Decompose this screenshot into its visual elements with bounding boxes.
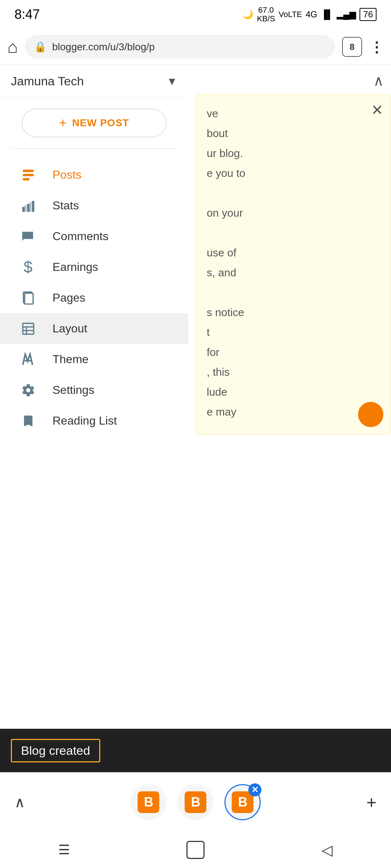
posts-icon <box>18 165 38 185</box>
url-bar[interactable]: 🔒 blogger.com/u/3/blog/p <box>25 35 335 59</box>
svg-rect-1 <box>23 174 34 176</box>
blogger-tab-icon-2: B <box>185 791 206 813</box>
android-menu-icon[interactable]: ☰ <box>58 842 70 858</box>
browser-tab-2[interactable]: B <box>177 784 214 820</box>
notification-text: ve bout ur blog. e you to on your use of… <box>207 105 380 420</box>
right-panel: ∧ ✕ ve bout ur blog. e you to on your us… <box>188 65 391 774</box>
layout-icon <box>18 319 38 339</box>
close-notification-button[interactable]: ✕ <box>371 102 383 118</box>
lock-icon: 🔒 <box>34 41 47 53</box>
sidebar-item-label-theme: Theme <box>52 353 89 366</box>
divider <box>11 148 177 149</box>
battery-icon: 76 <box>360 8 377 21</box>
data-speed: 67.0KB/S <box>257 6 275 23</box>
plus-icon: + <box>59 115 67 131</box>
sidebar-drawer: Jamuna Tech ▼ + NEW POST Posts St <box>0 65 188 774</box>
toast-highlight: Blog created <box>11 739 100 762</box>
sidebar-item-label-pages: Pages <box>52 291 85 305</box>
new-tab-button[interactable]: + <box>366 792 377 812</box>
browser-bar: ⌂ 🔒 blogger.com/u/3/blog/p 8 ⋮ <box>0 29 391 65</box>
svg-rect-9 <box>25 293 33 304</box>
nav-items: Posts Stats Comments $ Earnings <box>0 156 188 440</box>
android-back-icon[interactable]: ◁ <box>321 842 333 858</box>
browser-tab-3-active[interactable]: B ✕ <box>224 784 261 820</box>
svg-rect-4 <box>27 204 29 212</box>
theme-icon <box>18 349 38 369</box>
sidebar-item-posts[interactable]: Posts <box>0 159 188 190</box>
moon-icon: 🌙 <box>243 9 253 20</box>
sidebar-item-label-settings: Settings <box>52 383 94 397</box>
sidebar-item-label-reading-list: Reading List <box>52 414 117 427</box>
android-home-icon[interactable] <box>186 841 205 859</box>
chevron-up-icon[interactable]: ∧ <box>373 72 384 89</box>
orange-fab[interactable] <box>358 402 383 427</box>
toast-container: Blog created <box>0 729 391 772</box>
status-bar: 8:47 🌙 67.0KB/S VoLTE 4G ▐▌ ▂▄▆ 76 <box>0 0 391 29</box>
comments-icon <box>18 226 38 246</box>
blogger-tab-icon-1: B <box>138 791 159 813</box>
svg-rect-6 <box>25 205 26 212</box>
toast-text: Blog created <box>21 744 90 757</box>
sidebar-item-label-layout: Layout <box>52 322 87 335</box>
new-post-button[interactable]: + NEW POST <box>22 109 167 137</box>
sidebar-item-label-comments: Comments <box>52 230 109 243</box>
dropdown-arrow-icon[interactable]: ▼ <box>167 75 177 88</box>
sidebar-item-pages[interactable]: Pages <box>0 282 188 313</box>
notification-panel: ✕ ve bout ur blog. e you to on your use … <box>196 94 391 435</box>
tab-icons: B B B ✕ <box>130 784 261 820</box>
wifi-bars: ▂▄▆ <box>337 9 356 20</box>
tab-count[interactable]: 8 <box>342 37 362 57</box>
status-icons: 🌙 67.0KB/S VoLTE 4G ▐▌ ▂▄▆ 76 <box>243 6 377 23</box>
main-content: Jamuna Tech ▼ + NEW POST Posts St <box>0 65 391 774</box>
sidebar-item-label-stats: Stats <box>52 199 79 212</box>
earnings-icon: $ <box>18 257 38 277</box>
home-icon[interactable]: ⌂ <box>7 37 18 57</box>
stats-icon <box>18 196 38 216</box>
pages-icon <box>18 288 38 308</box>
sidebar-item-theme[interactable]: Theme <box>0 344 188 375</box>
tab-chevron-icon[interactable]: ∧ <box>14 794 25 810</box>
svg-rect-5 <box>32 201 34 212</box>
browser-tab-1[interactable]: B <box>130 784 167 820</box>
bottom-tab-bar: ∧ B B B ✕ + <box>0 772 391 832</box>
url-text: blogger.com/u/3/blog/p <box>52 41 155 53</box>
sidebar-item-earnings[interactable]: $ Earnings <box>0 252 188 282</box>
svg-rect-0 <box>23 170 34 172</box>
new-post-label: NEW POST <box>72 117 129 129</box>
sidebar-item-settings[interactable]: Settings <box>0 375 188 405</box>
sidebar-item-label-posts: Posts <box>52 168 81 182</box>
settings-icon <box>18 380 38 400</box>
sidebar-item-reading-list[interactable]: Reading List <box>0 405 188 436</box>
volte-icon: VoLTE <box>279 10 302 19</box>
sidebar-item-stats[interactable]: Stats <box>0 190 188 221</box>
close-tab-badge[interactable]: ✕ <box>248 783 261 796</box>
status-time: 8:47 <box>14 7 40 22</box>
svg-rect-7 <box>29 202 31 212</box>
blog-selector[interactable]: Jamuna Tech ▼ <box>0 65 188 98</box>
network-icon: 4G <box>306 9 317 20</box>
sidebar-item-comments[interactable]: Comments <box>0 221 188 252</box>
svg-rect-2 <box>23 178 29 180</box>
blog-name: Jamuna Tech <box>11 74 161 88</box>
more-menu-icon[interactable]: ⋮ <box>369 39 384 55</box>
sidebar-item-label-earnings: Earnings <box>52 260 98 274</box>
svg-rect-10 <box>23 323 34 334</box>
sidebar-item-layout[interactable]: Layout <box>0 313 188 344</box>
signal-bars: ▐▌ <box>321 9 333 20</box>
android-nav-bar: ☰ ◁ <box>0 832 391 868</box>
reading-list-icon <box>18 411 38 431</box>
svg-rect-3 <box>22 207 25 212</box>
